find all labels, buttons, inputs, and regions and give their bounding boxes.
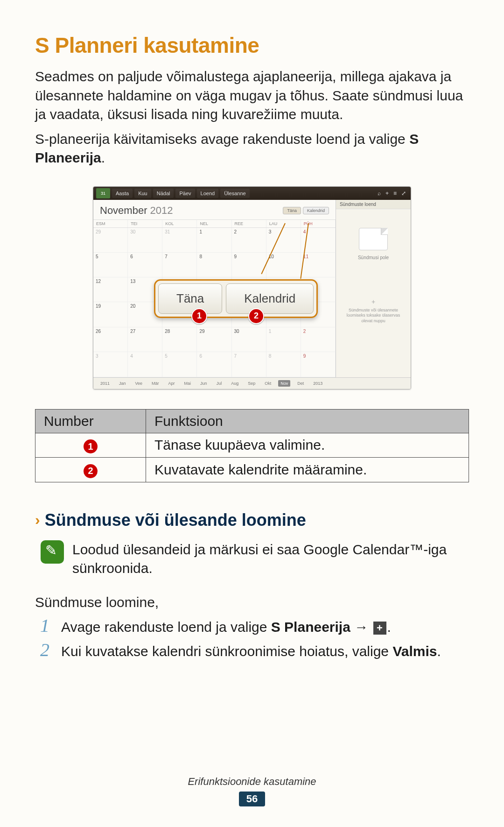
popup-today-button: Täna [158,283,222,314]
month-year: 2012 [150,205,173,217]
month-det: Det [295,380,306,387]
calendar-cell: 8 [197,253,231,277]
calendar-cell: 28 [162,327,197,352]
note-block: Loodud ülesandeid ja märkusi ei saa Goog… [35,540,469,578]
tab-task: Ülesanne [220,189,249,198]
intro-2-c: . [101,150,105,165]
intro-paragraph-2: S-planeerija käivitamiseks avage rakendu… [35,130,469,168]
app-icon: 31 [96,188,110,198]
step-1-c: . [387,619,391,635]
month-mai: Mai [182,380,194,387]
month-nov: Nov [278,380,290,387]
month-vee: Vee [133,380,145,387]
plus-icon: + [385,190,389,197]
side-empty-label: Sündmusi pole [358,255,389,260]
page-footer: Erifunktsioonide kasutamine 56 [0,776,504,806]
month-header: November 2012 Täna Kalendrid [93,200,336,219]
year-left: 2011 [98,380,112,387]
side-hint-text: Sündmuste või ülesannete loomiseks toksa… [347,308,400,323]
tab-list: Loend [197,189,219,198]
screenshot-topbar: 31 Aasta Kuu Nädal Päev Loend Ülesanne ⌕… [93,187,411,200]
calendar-cell: 2 [301,327,336,352]
calendar-cell: 2 [232,228,266,253]
row-2-badge: 2 [84,464,98,478]
tab-day: Päev [175,189,195,198]
header-btn-calendars: Kalendrid [303,207,329,214]
calendar-cell: 8 [266,352,301,377]
callout-badge-1: 1 [191,308,207,324]
row-1-desc: Tänase kuupäeva valimine. [146,433,469,458]
app-screenshot: 31 Aasta Kuu Nädal Päev Loend Ülesanne ⌕… [93,186,411,389]
step-1: 1 Avage rakenduste loend ja valige S Pla… [37,617,469,637]
calendar-cell: 7 [162,253,197,277]
calendar-cell: 10 [266,253,301,277]
steps-list: 1 Avage rakenduste loend ja valige S Pla… [37,617,469,666]
calendar-cell: 9 [301,352,336,377]
table-row: 2 Kuvatavate kalendrite määramine. [35,458,469,482]
function-table: Number Funktsioon 1 Tänase kuupäeva vali… [35,409,469,482]
document-icon [359,228,388,250]
calendar-cell: 26 [93,327,128,352]
step-1-bold: S Planeerija [271,619,350,635]
plus-icon-inline: + [373,622,386,635]
month-mär: Mär [149,380,161,387]
search-icon: ⌕ [378,190,381,197]
row-2-num: 2 [35,458,146,482]
tab-month: Kuu [134,189,151,198]
step-2-body: Kui kuvatakse kalendri sünkroonimise hoi… [61,642,441,661]
header-btn-today: Täna [283,207,301,214]
note-text: Loodud ülesandeid ja märkusi ei saa Goog… [72,540,469,578]
step-1-a: Avage rakenduste loend ja valige [61,619,271,635]
calendar-cell: 3 [266,228,301,253]
page-number: 56 [239,792,265,806]
dow-tue: TEI [128,220,162,227]
calendar-cell: 1 [197,228,231,253]
row-1-badge: 1 [84,439,98,453]
day-of-week-row: ESM TEI KOL NEL REE LAU PÜH [93,219,336,228]
th-number: Number [35,409,146,433]
calendar-cell: 11 [301,253,336,277]
calendar-cell: 29 [93,228,128,253]
month-jul: Jul [214,380,224,387]
month-name: November [100,205,147,217]
dow-wed: KOL [162,220,197,227]
month-scrubber: 2011JanVeeMärAprMaiJunJulAugSepOktNovDet… [93,377,411,389]
calendar-area: November 2012 Täna Kalendrid ESM TEI KOL… [93,200,336,377]
chevron-icon: › [35,511,40,529]
calendar-cell: 12 [93,277,128,302]
calendar-cell: 6 [197,352,231,377]
calendar-cell: 29 [197,327,231,352]
month-sep: Sep [245,380,258,387]
side-panel: Sündmuste loend Sündmusi pole + Sündmust… [336,200,411,377]
step-1-body: Avage rakenduste loend ja valige S Plane… [61,617,391,637]
side-plus-icon: + [343,297,404,306]
side-hint: + Sündmuste või ülesannete loomiseks tok… [336,297,411,324]
step-2-number: 2 [37,641,53,659]
dow-sun: PÜH [301,220,336,227]
dow-fri: REE [232,220,266,227]
step-2-bold: Valmis [392,643,437,659]
calendar-cell: 3 [93,352,128,377]
calendar-cell: 5 [162,352,197,377]
calendar-cell: 1 [266,327,301,352]
callout-badge-2: 2 [248,308,264,324]
menu-icon: ≡ [393,190,397,197]
calendar-cell: 30 [128,228,162,253]
month-aug: Aug [229,380,241,387]
month-jun: Jun [198,380,210,387]
note-icon [41,540,64,564]
row-1-num: 1 [35,433,146,458]
footer-label: Erifunktsioonide kasutamine [0,776,504,788]
intro-paragraph-1: Seadmes on paljude võimalustega ajaplane… [35,67,469,124]
page-title: S Planneri kasutamine [35,33,469,58]
subheading-row: › Sündmuse või ülesande loomine [35,510,469,530]
subheading-text: Sündmuse või ülesande loomine [45,510,306,530]
side-panel-title: Sündmuste loend [336,200,411,209]
expand-icon: ⤢ [401,190,406,197]
calendar-cell: 19 [93,302,128,327]
intro-2-a: S-planeerija käivitamiseks avage rakendu… [35,131,409,147]
month-okt: Okt [262,380,273,387]
step-2-b: . [437,643,441,659]
step-1-number: 1 [37,616,53,635]
table-row: 1 Tänase kuupäeva valimine. [35,433,469,458]
